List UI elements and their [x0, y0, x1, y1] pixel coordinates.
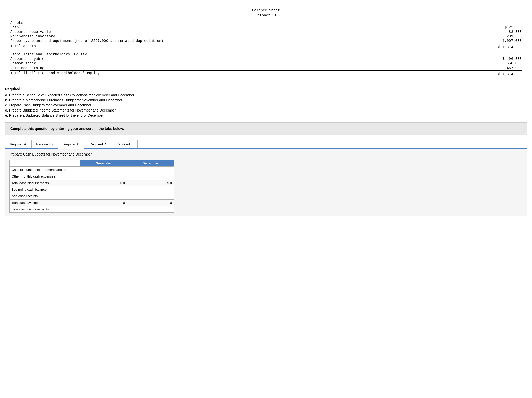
tabs-container: Required ARequired BRequired CRequired D… — [5, 140, 527, 149]
budget-nov-input[interactable] — [82, 174, 125, 178]
required-items: a. Prepare a Schedule of Expected Cash C… — [5, 93, 527, 117]
total-assets-label: Total assets — [10, 44, 491, 49]
asset-label: Merchandise inventory — [10, 34, 491, 38]
required-item: c. Prepare Cash Budgets for November and… — [5, 103, 527, 107]
asset-label: Cash — [10, 25, 491, 29]
budget-dec-input[interactable] — [129, 188, 172, 191]
tab-content-area: Prepare Cash Budgets for November and De… — [5, 149, 527, 216]
budget-row: Beginning cash balance — [10, 186, 174, 193]
liability-row: Retained earnings467,900 — [10, 66, 522, 70]
liability-label: Retained earnings — [10, 66, 491, 70]
asset-amount: $ 22,300 — [491, 25, 522, 29]
asset-row: Accounts receivable83,300 — [10, 30, 522, 34]
tab-req-c[interactable]: Required C — [58, 140, 84, 149]
budget-nov-input[interactable] — [82, 207, 125, 211]
budget-nov-input[interactable] — [82, 194, 125, 198]
budget-row-label: Cash disbursements for merchandise — [10, 167, 80, 173]
budget-nov-cell[interactable] — [80, 167, 127, 173]
budget-nov-cell[interactable] — [80, 206, 127, 213]
november-header: November — [80, 160, 127, 167]
december-header: December — [127, 160, 174, 167]
liability-label: Common stock — [10, 61, 491, 65]
budget-table: November December Cash disbursements for… — [9, 160, 174, 213]
budget-dec-input[interactable] — [129, 207, 172, 211]
budget-nov-cell[interactable] — [80, 186, 127, 193]
asset-amount: 83,300 — [491, 30, 522, 34]
tab-req-e[interactable]: Required E — [112, 140, 138, 148]
budget-row-label: Other monthly cash expenses — [10, 173, 80, 180]
tab-req-b[interactable]: Required B — [31, 140, 57, 148]
balance-sheet-title: Balance Sheet — [10, 8, 522, 12]
budget-row-label: Total cash available — [10, 200, 80, 206]
empty-header — [10, 160, 80, 167]
budget-row: Total cash available00 — [10, 200, 174, 206]
budget-row-label: Less cash disbursements — [10, 206, 80, 213]
budget-nov-cell: $ 0 — [80, 180, 127, 186]
liability-label: Accounts payable — [10, 57, 491, 61]
budget-nov-input[interactable] — [82, 168, 125, 172]
budget-row-label: Total cash disbursements — [10, 180, 80, 186]
balance-sheet-subtitle: October 31 — [10, 13, 522, 17]
complete-box: Complete this question by entering your … — [5, 122, 527, 135]
budget-nov-cell: 0 — [80, 200, 127, 206]
budget-nov-cell[interactable] — [80, 193, 127, 200]
tabs-list: Required ARequired BRequired CRequired D… — [5, 140, 138, 148]
liability-row: Common stock650,000 — [10, 61, 522, 66]
required-item: a. Prepare a Schedule of Expected Cash C… — [5, 93, 527, 97]
liability-rows: Accounts payable$ 196,300Common stock650… — [10, 57, 522, 70]
tab-req-a[interactable]: Required A — [5, 140, 31, 148]
tab-instruction: Prepare Cash Budgets for November and De… — [9, 152, 523, 156]
total-assets-amount: $ 1,314,200 — [491, 44, 522, 49]
asset-row: Property, plant and equipment (net of $5… — [10, 39, 522, 43]
liability-amount: $ 196,300 — [491, 57, 522, 61]
required-section: Required: a. Prepare a Schedule of Expec… — [5, 87, 527, 117]
budget-dec-input[interactable] — [129, 194, 172, 198]
required-heading: Required: — [5, 87, 527, 91]
budget-nov-input[interactable] — [82, 188, 125, 191]
budget-row: Cash disbursements for merchandise — [10, 167, 174, 173]
asset-row: Cash$ 22,300 — [10, 25, 522, 30]
budget-dec-cell[interactable] — [127, 186, 174, 193]
required-item: e. Prepare a Budgeted Balance Sheet for … — [5, 113, 527, 117]
budget-dec-cell: 0 — [127, 200, 174, 206]
budget-dec-cell[interactable] — [127, 193, 174, 200]
budget-row-label: Beginning cash balance — [10, 186, 80, 193]
asset-row: Merchandise inventory201,600 — [10, 34, 522, 39]
asset-amount: 1,007,000 — [491, 39, 522, 43]
asset-label: Accounts receivable — [10, 30, 491, 34]
budget-dec-cell[interactable] — [127, 206, 174, 213]
budget-dec-cell: $ 0 — [127, 180, 174, 186]
budget-dec-input[interactable] — [129, 174, 172, 178]
budget-dec-cell[interactable] — [127, 167, 174, 173]
budget-row: Add cash receipts — [10, 193, 174, 200]
liability-amount: 467,900 — [491, 66, 522, 70]
budget-row: Total cash disbursements$ 0$ 0 — [10, 180, 174, 186]
assets-heading: Assets — [10, 21, 491, 25]
budget-row-label: Add cash receipts — [10, 193, 80, 200]
budget-dec-input[interactable] — [129, 168, 172, 172]
budget-row: Other monthly cash expenses — [10, 173, 174, 180]
budget-dec-cell[interactable] — [127, 173, 174, 180]
liabilities-heading: Liabilities and Stockholders' Equity — [10, 52, 491, 56]
tab-req-d[interactable]: Required D — [85, 140, 111, 148]
budget-row: Less cash disbursements — [10, 206, 174, 213]
required-item: d. Prepare Budgeted Income Statements fo… — [5, 108, 527, 112]
required-item: b. Prepare a Merchandise Purchases Budge… — [5, 98, 527, 102]
asset-label: Property, plant and equipment (net of $5… — [10, 39, 491, 43]
total-liabilities-label: Total liabilities and stockholders' equi… — [10, 71, 491, 76]
balance-sheet: Balance Sheet October 31 Assets Cash$ 22… — [5, 5, 527, 81]
liability-amount: 650,000 — [491, 61, 522, 65]
liability-row: Accounts payable$ 196,300 — [10, 57, 522, 61]
budget-tbody: Cash disbursements for merchandiseOther … — [10, 167, 174, 213]
asset-amount: 201,600 — [491, 34, 522, 38]
budget-nov-cell[interactable] — [80, 173, 127, 180]
asset-rows: Cash$ 22,300Accounts receivable83,300Mer… — [10, 25, 522, 43]
total-liabilities-amount: $ 1,314,200 — [491, 71, 522, 76]
